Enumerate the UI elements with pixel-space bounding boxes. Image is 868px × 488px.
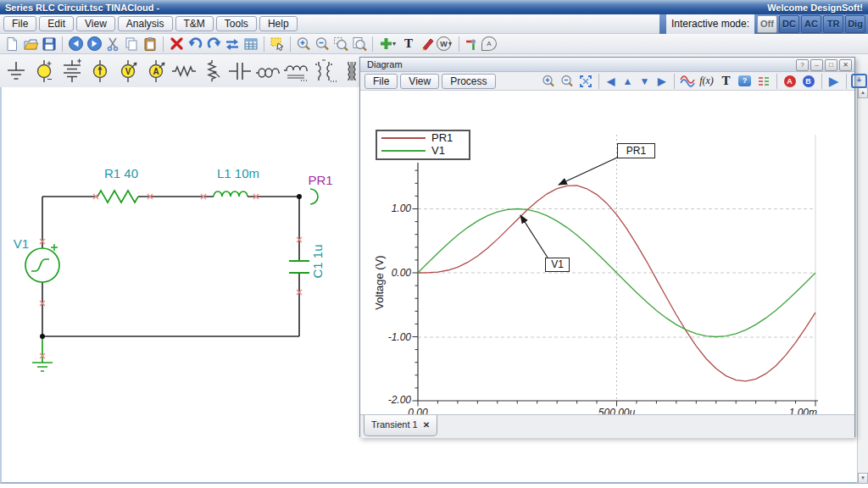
capacitor-component-icon[interactable] [225,57,253,86]
probe-tool-icon[interactable] [463,36,481,53]
inductor-component-icon[interactable] [253,57,281,86]
legend-swatch-v1 [381,150,426,152]
select-icon[interactable] [268,36,287,53]
mode-dig-button[interactable]: Dig [845,15,865,33]
tab-close-icon[interactable]: ✕ [423,420,430,430]
scroll-down-icon[interactable]: ▼ [858,473,868,484]
cursor-b-icon[interactable]: B [803,75,815,87]
diagram-title-bar[interactable]: Diagram ? – □ ✕ [360,58,854,72]
diagram-zoom-fit-icon[interactable] [576,73,595,90]
toolbar-separator [674,74,675,89]
cut-icon[interactable] [103,36,122,53]
diagram-zoom-out-icon[interactable] [558,73,576,90]
mode-dc-button[interactable]: DC [779,15,799,33]
pen-tool-icon[interactable] [418,36,437,53]
menu-tm[interactable]: T&M [175,16,214,31]
paste-icon[interactable] [141,36,159,53]
diagram-minimize-button[interactable]: – [810,59,823,71]
copy-icon[interactable] [122,36,141,53]
toolbar-separator [598,74,599,89]
menu-help[interactable]: Help [259,16,298,31]
ytick-1: 1.00 [372,202,411,214]
capacitor-label[interactable]: C1 1u [310,236,325,287]
pr1-annotation-box[interactable]: PR1 [617,143,655,158]
window-title: Series RLC Circuit.tsc TINACloud - [5,3,159,13]
hint-icon[interactable]: ? [738,75,751,86]
diagram-text-icon[interactable]: T [717,73,736,90]
legend-icon[interactable] [754,73,773,90]
redo-icon[interactable] [204,36,223,53]
transient-tab[interactable]: Transient 1✕ [364,415,437,436]
menu-edit[interactable]: Edit [39,16,74,31]
voltage-source-component-icon[interactable] [30,57,58,86]
toolbar-separator [163,36,164,52]
chart-legend[interactable]: PR1 V1 [376,130,470,160]
menu-file[interactable]: File [3,16,36,31]
diagram-close-button[interactable]: ✕ [839,59,852,71]
toolbar-separator [290,36,291,52]
assistant-icon[interactable]: A [481,36,497,51]
ground-component-icon[interactable] [2,57,30,86]
potentiometer-component-icon[interactable] [198,57,225,86]
zoom-out-icon[interactable] [313,36,331,53]
interactive-mode-strip: Interactive mode: Off DC AC TR Dig [659,14,868,34]
word-tool-dropdown-icon[interactable]: ▾ [448,40,455,47]
save-icon[interactable] [40,36,58,53]
toolbar-separator [62,36,63,52]
pr1-annotation-arrow [559,158,617,185]
voltmeter-component-icon[interactable]: V [114,57,142,86]
export-icon[interactable]: + [851,74,867,88]
cursor-a-icon[interactable]: A [784,75,796,87]
probe-label[interactable]: PR1 [302,173,339,187]
mode-tr-button[interactable]: TR [823,15,843,33]
back-icon[interactable] [66,36,85,53]
vertical-scrollbar[interactable]: ▲ ▼ [857,87,868,484]
v1-annotation-box[interactable]: V1 [545,258,570,272]
open-file-icon[interactable] [21,36,40,53]
menu-bar: File Edit View Analysis T&M Tools Help I… [0,14,868,34]
chart-gridlines [418,135,815,401]
menu-analysis[interactable]: Analysis [118,16,173,31]
svg-text:A: A [153,67,159,76]
mode-ac-button[interactable]: AC [801,15,821,33]
pan-right-icon[interactable]: ▶ [654,75,670,87]
coupled-inductor-component-icon[interactable] [309,57,337,86]
new-file-icon[interactable] [3,36,21,53]
function-icon[interactable]: f(x) [697,75,717,87]
text-tool-icon[interactable]: T [399,36,418,53]
curves-icon[interactable] [678,73,697,90]
zoom-page-icon[interactable] [350,36,369,53]
forward-icon[interactable] [85,36,103,53]
add-component-dropdown-icon[interactable]: ▾ [392,40,399,47]
current-source-component-icon[interactable] [86,57,114,86]
diagram-menu-process[interactable]: Process [442,74,495,89]
refresh-icon[interactable] [223,36,242,53]
menu-view[interactable]: View [76,16,115,31]
battery-component-icon[interactable] [58,57,86,86]
pan-left-icon[interactable]: ◀ [603,75,620,87]
source-label[interactable]: V1 [8,236,34,251]
run-icon[interactable]: ▶ [826,74,843,89]
legend-label-v1: V1 [431,144,445,157]
diagram-menu-view[interactable]: View [400,74,439,89]
diagram-maximize-button[interactable]: □ [825,59,837,71]
inductor-label[interactable]: L1 10m [207,166,270,180]
pan-down-icon[interactable]: ▼ [637,75,654,87]
ammeter-component-icon[interactable]: A [142,57,170,86]
zoom-in-icon[interactable] [294,36,313,53]
diagram-help-button[interactable]: ? [796,59,809,71]
transient-tab-label: Transient 1 [371,419,418,430]
resistor-component-icon[interactable] [170,57,198,86]
diagram-zoom-in-icon[interactable] [539,73,558,90]
mode-off-button[interactable]: Off [757,15,777,33]
diagram-menu-file[interactable]: File [364,74,398,89]
pan-up-icon[interactable]: ▲ [620,75,637,87]
resistor-label[interactable]: R1 40 [95,166,147,180]
zoom-window-icon[interactable] [331,36,350,53]
table-icon[interactable] [242,36,260,53]
undo-icon[interactable] [186,36,204,53]
menu-tools[interactable]: Tools [216,16,257,31]
inductor-core-component-icon[interactable] [281,57,309,86]
svg-text:V: V [125,67,131,76]
delete-icon[interactable] [167,36,186,53]
